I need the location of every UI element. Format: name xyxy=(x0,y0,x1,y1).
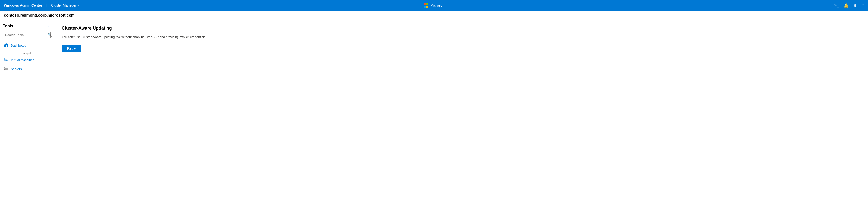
search-icon: 🔍 xyxy=(48,33,52,37)
ms-logo-blue xyxy=(424,6,426,8)
microsoft-label: Microsoft xyxy=(430,3,444,7)
ms-logo-green xyxy=(426,3,428,5)
svg-point-8 xyxy=(7,69,7,69)
sidebar-collapse-button[interactable]: ‹ xyxy=(48,24,51,29)
main-layout: contoso.redmond.corp.microsoft.com Tools… xyxy=(0,11,868,200)
sidebar: Tools ‹ 🔍 Dashboard Compute xyxy=(0,20,54,200)
cluster-manager-menu[interactable]: Cluster Manager ∨ xyxy=(51,3,79,7)
app-title: Windows Admin Center xyxy=(4,3,42,7)
virtual-machines-icon xyxy=(4,58,8,62)
retry-button[interactable]: Retry xyxy=(62,44,81,53)
svg-rect-1 xyxy=(5,59,7,60)
sidebar-item-dashboard[interactable]: Dashboard xyxy=(0,41,54,50)
page-title: Cluster-Aware Updating xyxy=(62,26,860,31)
ms-logo-yellow xyxy=(426,6,428,8)
cluster-manager-label: Cluster Manager xyxy=(51,3,76,7)
topbar-left: Windows Admin Center | Cluster Manager ∨ xyxy=(4,3,79,8)
hostname-bar: contoso.redmond.corp.microsoft.com xyxy=(0,11,868,20)
servers-label: Servers xyxy=(11,67,22,71)
terminal-icon[interactable]: >_ xyxy=(834,3,839,8)
notification-icon[interactable]: 🔔 xyxy=(844,3,849,8)
ms-logo xyxy=(424,3,429,8)
servers-icon xyxy=(4,66,8,71)
topbar-center: Microsoft xyxy=(424,3,444,8)
dashboard-label: Dashboard xyxy=(11,43,26,47)
search-box[interactable]: 🔍 xyxy=(3,32,51,38)
info-message: You can't use Cluster-Aware updating too… xyxy=(62,35,860,40)
compute-label: Compute xyxy=(21,52,32,55)
settings-icon[interactable]: ⚙ xyxy=(854,3,857,8)
sidebar-header: Tools ‹ xyxy=(0,20,54,31)
dashboard-icon xyxy=(4,43,8,48)
topbar: Windows Admin Center | Cluster Manager ∨… xyxy=(0,0,868,11)
sidebar-item-virtual-machines[interactable]: Virtual machines xyxy=(0,56,54,64)
topbar-divider: | xyxy=(46,3,47,8)
virtual-machines-label: Virtual machines xyxy=(11,58,34,62)
sidebar-item-servers[interactable]: Servers xyxy=(0,64,54,73)
compute-group-label: Compute xyxy=(0,50,54,56)
svg-point-7 xyxy=(7,67,7,68)
topbar-right: >_ 🔔 ⚙ ? xyxy=(834,3,864,8)
search-input[interactable] xyxy=(5,33,46,37)
ms-logo-red xyxy=(424,3,426,5)
content-row: Tools ‹ 🔍 Dashboard Compute xyxy=(0,20,868,200)
cluster-manager-chevron: ∨ xyxy=(78,4,79,7)
main-content: Cluster-Aware Updating You can't use Clu… xyxy=(54,20,868,200)
hostname-text: contoso.redmond.corp.microsoft.com xyxy=(4,13,75,18)
help-icon[interactable]: ? xyxy=(862,3,864,8)
tools-label: Tools xyxy=(3,24,13,28)
